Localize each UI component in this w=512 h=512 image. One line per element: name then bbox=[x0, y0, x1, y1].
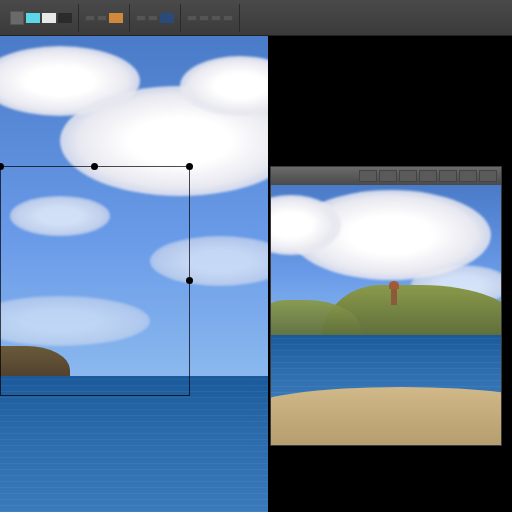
preview-image bbox=[271, 185, 501, 445]
lighthouse-icon bbox=[391, 287, 397, 305]
panel-button[interactable] bbox=[419, 170, 437, 182]
panel-window-controls bbox=[359, 170, 497, 182]
close-button[interactable] bbox=[479, 170, 497, 182]
tool-icon[interactable] bbox=[10, 11, 24, 25]
selection-frame[interactable] bbox=[0, 166, 190, 396]
toolbar-button[interactable] bbox=[85, 15, 95, 21]
color-swatch-white[interactable] bbox=[42, 13, 56, 23]
toolbar-group-swatches bbox=[4, 4, 79, 32]
workspace bbox=[0, 36, 512, 512]
maximize-button[interactable] bbox=[459, 170, 477, 182]
toolbar-button[interactable] bbox=[223, 15, 233, 21]
panel-button[interactable] bbox=[399, 170, 417, 182]
selection-handle-mr[interactable] bbox=[186, 277, 193, 284]
toolbar-group-c bbox=[130, 4, 181, 32]
toolbar-button[interactable] bbox=[148, 15, 158, 21]
toolbar-group-b bbox=[79, 4, 130, 32]
beach bbox=[271, 387, 501, 445]
sea-region bbox=[0, 376, 268, 512]
panel-titlebar[interactable] bbox=[271, 167, 501, 185]
preview-panel[interactable] bbox=[270, 166, 502, 446]
selection-handle-tr[interactable] bbox=[186, 163, 193, 170]
toolbar-button[interactable] bbox=[199, 15, 209, 21]
preview-foreground bbox=[271, 335, 501, 445]
top-toolbar bbox=[0, 0, 512, 36]
color-swatch-orange[interactable] bbox=[109, 13, 123, 23]
panel-button[interactable] bbox=[359, 170, 377, 182]
selection-handle-tm[interactable] bbox=[91, 163, 98, 170]
toolbar-button[interactable] bbox=[136, 15, 146, 21]
toolbar-button[interactable] bbox=[211, 15, 221, 21]
color-swatch-dark[interactable] bbox=[58, 13, 72, 23]
toolbar-button[interactable] bbox=[187, 15, 197, 21]
toolbar-button[interactable] bbox=[97, 15, 107, 21]
panel-button[interactable] bbox=[379, 170, 397, 182]
color-swatch-blue[interactable] bbox=[160, 13, 174, 23]
color-swatch-cyan[interactable] bbox=[26, 13, 40, 23]
main-canvas[interactable] bbox=[0, 36, 268, 512]
minimize-button[interactable] bbox=[439, 170, 457, 182]
selection-handle-tl[interactable] bbox=[0, 163, 4, 170]
toolbar-group-d bbox=[181, 4, 240, 32]
preview-sky bbox=[271, 185, 501, 335]
